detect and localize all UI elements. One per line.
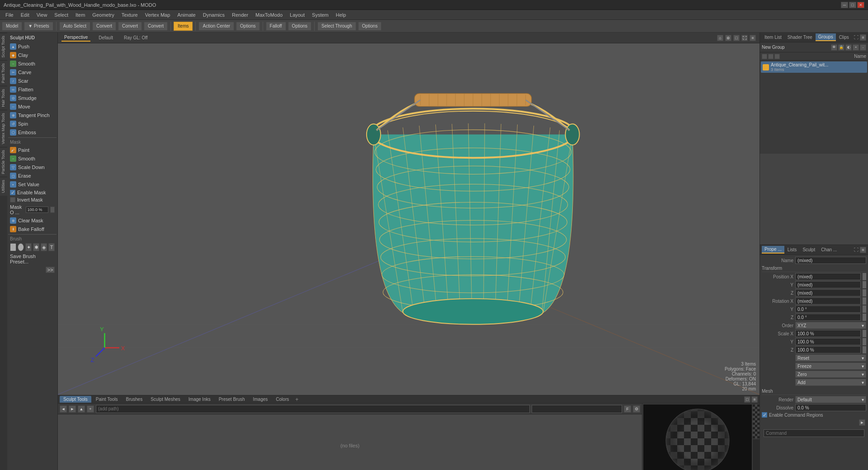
tab-preset-brush[interactable]: Preset Brush [215, 396, 249, 403]
menu-help[interactable]: Help [332, 11, 350, 19]
tab-images[interactable]: Images [250, 396, 272, 403]
scale-x-input[interactable] [795, 330, 861, 337]
items-button[interactable]: Items [174, 22, 193, 31]
tab-lists[interactable]: Lists [785, 246, 800, 253]
menu-system[interactable]: System [308, 11, 332, 19]
presets-button[interactable]: ▼ Presets [24, 22, 53, 31]
select-through-button[interactable]: Select Through [317, 22, 356, 31]
mask-opacity-input[interactable] [26, 207, 48, 213]
tab-sculpt-tools[interactable]: Sculpt Tools [60, 396, 91, 403]
tool-set-value[interactable]: ▪ Set Value [8, 180, 57, 188]
menu-dynamics[interactable]: Dynamics [199, 11, 228, 19]
menu-item[interactable]: Item [72, 11, 89, 19]
auto-select-button[interactable]: Auto Select [59, 22, 90, 31]
dissolve-input[interactable] [795, 404, 866, 411]
viewport-default-tab[interactable]: Default [96, 34, 116, 41]
brush-shape-star[interactable]: ✦ [25, 243, 32, 251]
add-button[interactable]: Add▾ [795, 379, 866, 386]
enable-mask-checkbox[interactable]: ✓ [10, 190, 15, 195]
freeze-button[interactable]: Freeze▾ [795, 362, 866, 370]
tool-scale-down[interactable]: ▽ Scale Down [8, 163, 57, 171]
brush-shape-circle[interactable] [18, 243, 24, 251]
viewport-fullscreen-button[interactable]: ⛶ [741, 35, 748, 41]
tool-scar[interactable]: / Scar [8, 77, 57, 85]
scale-z-input[interactable] [795, 346, 861, 353]
tab-paint-tools[interactable]: Paint Tools [92, 396, 122, 403]
position-z-input[interactable] [795, 289, 861, 296]
convert-button-1[interactable]: Convert [92, 22, 116, 31]
command-input[interactable] [764, 429, 864, 437]
brush-shape-text[interactable]: T [48, 243, 55, 251]
tab-colors[interactable]: Colors [272, 396, 292, 403]
tool-emboss[interactable]: ⬡ Emboss [8, 128, 57, 136]
enable-cmd-checkbox[interactable]: ✓ [762, 412, 767, 418]
vert-tab-vertex-map[interactable]: Vertex Map Tools [0, 110, 7, 147]
tab-shader-tree[interactable]: Shader Tree [785, 34, 815, 41]
expand-button[interactable]: >> [46, 267, 55, 273]
vert-tab-particle[interactable]: Particle Tools [0, 147, 7, 177]
options-button-3[interactable]: Options [358, 22, 382, 31]
props-expand-icon[interactable]: ⛶ [854, 247, 859, 252]
new-group-button[interactable]: New Group [762, 45, 785, 50]
menu-edit[interactable]: Edit [17, 11, 33, 19]
mask-opacity-slider[interactable] [50, 207, 55, 213]
browser-flag-btn[interactable]: F [624, 405, 631, 413]
minimize-button[interactable]: ─ [841, 2, 848, 8]
scale-y-handle[interactable] [863, 338, 866, 345]
tool-paint-mask[interactable]: 🖌 Paint [8, 146, 57, 154]
tab-sculpt-props[interactable]: Sculpt [800, 246, 818, 253]
tool-tangent-pinch[interactable]: ⊕ Tangent Pinch [8, 111, 57, 119]
position-y-handle[interactable] [863, 281, 866, 288]
menu-file[interactable]: File [2, 11, 17, 19]
brush-shape-custom1[interactable]: ✱ [33, 243, 39, 251]
options-button-2[interactable]: Options [288, 22, 311, 31]
enable-mask-label[interactable]: Enable Mask [17, 190, 46, 195]
menu-geometry[interactable]: Geometry [89, 11, 118, 19]
tab-item-list[interactable]: Item List [762, 34, 784, 41]
tool-bake-falloff[interactable]: ⬇ Bake Falloff [8, 225, 57, 233]
scale-z-handle[interactable] [863, 346, 866, 353]
group-icon-eye[interactable]: 👁 [831, 44, 837, 51]
tool-smooth-mask[interactable]: ~ Smooth [8, 155, 57, 163]
rotation-z-input[interactable] [795, 314, 861, 321]
group-item-bucket[interactable]: Antique_Cleaning_Pail_wit... 3 Items [761, 61, 867, 73]
zero-button[interactable]: Zero▾ [795, 371, 866, 378]
convert-button-2[interactable]: Convert [118, 22, 142, 31]
menu-vertex-map[interactable]: Vertex Map [142, 11, 174, 19]
cmd-expand-btn[interactable]: ► [859, 419, 865, 426]
vert-tab-sculpt-tools[interactable]: Sculpt Tools [0, 33, 7, 60]
rotation-y-input[interactable] [795, 306, 861, 313]
brush-shape-square[interactable] [10, 243, 16, 251]
tab-channels[interactable]: Chan ... [818, 246, 840, 253]
maximize-button[interactable]: □ [849, 2, 856, 8]
order-dropdown[interactable]: XYZ ▾ [795, 322, 866, 329]
scale-y-input[interactable] [795, 338, 861, 345]
menu-layout[interactable]: Layout [286, 11, 308, 19]
render-dropdown[interactable]: Default ▾ [795, 396, 866, 403]
position-y-input[interactable] [795, 281, 861, 288]
brush-shape-custom2[interactable]: ◈ [41, 243, 47, 251]
tool-erase[interactable]: ◻ Erase [8, 172, 57, 180]
save-brush-btn[interactable]: Save Brush Preset... [8, 253, 57, 265]
position-z-handle[interactable] [863, 289, 866, 296]
bottom-menu-button[interactable]: ≡ [751, 396, 758, 403]
tool-spin[interactable]: ↺ Spin [8, 120, 57, 128]
menu-texture[interactable]: Texture [118, 11, 142, 19]
rotation-z-handle[interactable] [863, 314, 866, 321]
model-button[interactable]: Model [2, 22, 22, 31]
convert-button-3[interactable]: Convert [144, 22, 168, 31]
vert-tab-utilities[interactable]: Utilities [0, 177, 7, 196]
expand-icon[interactable]: ⛶ [854, 35, 859, 40]
tool-carve[interactable]: ✂ Carve [8, 68, 57, 76]
tool-move[interactable]: ↔ Move [8, 103, 57, 111]
rotation-y-handle[interactable] [863, 306, 866, 313]
rotation-x-handle[interactable] [863, 297, 866, 305]
thumb-main[interactable] [643, 404, 752, 470]
group-icon-lock[interactable]: 🔒 [838, 44, 844, 51]
tab-properties[interactable]: Prope ... [762, 246, 784, 254]
invert-mask-label[interactable]: Invert Mask [17, 197, 43, 202]
browser-settings-btn[interactable]: ⚙ [633, 405, 640, 413]
tool-clear-mask[interactable]: ⊗ Clear Mask [8, 216, 57, 225]
tool-smooth[interactable]: ~ Smooth [8, 60, 57, 68]
tab-clips[interactable]: Clips [836, 34, 852, 41]
